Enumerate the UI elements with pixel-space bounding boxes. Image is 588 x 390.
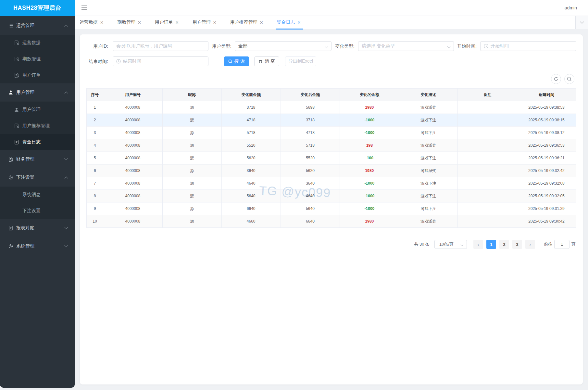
page-button-3[interactable]: 3 bbox=[512, 240, 522, 249]
sidebar-submenu: 运营数据期数管理用户订单 bbox=[0, 35, 75, 83]
prev-page-button[interactable]: ‹ bbox=[473, 240, 483, 249]
hamburger-menu-icon[interactable] bbox=[81, 5, 87, 10]
end-time-label: 结束时间: bbox=[80, 56, 109, 66]
table-cell: 源 bbox=[163, 177, 222, 190]
sidebar-item-用户管理[interactable]: 用户管理 bbox=[0, 83, 75, 102]
change-type-select[interactable]: 请选择 变化类型 bbox=[358, 41, 454, 51]
doc-gear-icon bbox=[14, 123, 19, 128]
doc-gear-icon bbox=[14, 40, 19, 45]
column-header: 备注 bbox=[458, 89, 517, 101]
watermark: TG @yc099 bbox=[259, 184, 331, 200]
table-cell bbox=[458, 101, 517, 114]
table-row[interactable]: 74000008源46403640-1000游戏下注2025-05-19 09:… bbox=[87, 177, 576, 190]
table-cell: 4000008 bbox=[103, 190, 163, 202]
main-panel: 用户ID: 会员ID,用户账号，用户编码 用户类型: 全部 变化类型: 请选择 … bbox=[80, 34, 583, 384]
sidebar-item-期数管理[interactable]: 期数管理 bbox=[0, 51, 75, 67]
table-cell: 源 bbox=[163, 190, 222, 202]
tab-overflow-button[interactable] bbox=[575, 16, 588, 29]
table-row[interactable]: 84000008源56404640-1000游戏下注2025-05-19 09:… bbox=[87, 190, 576, 202]
end-time-input[interactable]: 结束时间 bbox=[113, 56, 208, 66]
tab-运营数据[interactable]: 运营数据✕ bbox=[80, 16, 104, 29]
table-row[interactable]: 44000008源55205718198游戏派奖2025-05-19 09:36… bbox=[87, 139, 576, 152]
close-icon[interactable]: ✕ bbox=[260, 20, 263, 25]
list-icon bbox=[8, 23, 13, 28]
sidebar-item-财务管理[interactable]: 财务管理 bbox=[0, 150, 75, 168]
sidebar-item-用户订单[interactable]: 用户订单 bbox=[0, 67, 75, 83]
table-cell: 2025-05-19 09:36:21 bbox=[517, 152, 576, 165]
table-cell: 游戏派奖 bbox=[399, 165, 458, 177]
sidebar-item-报表对账[interactable]: 报表对账 bbox=[0, 219, 75, 237]
table-cell: 5520 bbox=[281, 152, 340, 165]
table-cell: 4000008 bbox=[103, 152, 163, 165]
table-cell bbox=[458, 215, 517, 228]
tab-资金日志[interactable]: 资金日志✕ bbox=[277, 16, 301, 29]
table-cell: 游戏下注 bbox=[399, 114, 458, 127]
start-time-label: 开始时间: bbox=[457, 41, 477, 51]
tab-期数管理[interactable]: 期数管理✕ bbox=[117, 16, 141, 29]
table-cell: 4000008 bbox=[103, 177, 163, 190]
close-icon[interactable]: ✕ bbox=[297, 20, 301, 25]
page-button-1[interactable]: 1 bbox=[486, 240, 496, 249]
table-cell: 4000008 bbox=[103, 114, 163, 127]
table-row[interactable]: 104000008源466066401980游戏派奖2025-05-19 09:… bbox=[87, 215, 576, 228]
table-cell: 源 bbox=[163, 101, 222, 114]
current-user[interactable]: admin bbox=[565, 5, 577, 10]
table-row[interactable]: 24000008源47183718-1000游戏下注2025-05-19 09:… bbox=[87, 114, 576, 127]
doc-gear-icon bbox=[14, 56, 19, 62]
table-row[interactable]: 54000008源56205520-100游戏下注2025-05-19 09:3… bbox=[87, 152, 576, 165]
table-cell: 游戏下注 bbox=[399, 127, 458, 139]
close-icon[interactable]: ✕ bbox=[175, 20, 179, 25]
sidebar-item-用户推荐管理[interactable]: 用户推荐管理 bbox=[0, 118, 75, 134]
doc-icon bbox=[8, 225, 13, 231]
tab-用户管理[interactable]: 用户管理✕ bbox=[193, 16, 217, 29]
table-header-row: 序号用户编号昵称变化前金额变化后金额变化的金额变化描述备注创建时间 bbox=[87, 89, 576, 101]
goto-page-input[interactable]: 1 bbox=[554, 240, 569, 249]
table-cell: -1000 bbox=[340, 114, 399, 127]
table-row[interactable]: 34000008源57184718-1000游戏下注2025-05-19 09:… bbox=[87, 127, 576, 139]
page-button-2[interactable]: 2 bbox=[499, 240, 509, 249]
table-cell: -1000 bbox=[340, 202, 399, 215]
sidebar-item-运营数据[interactable]: 运营数据 bbox=[0, 35, 75, 51]
sidebar-item-用户管理[interactable]: 用户管理 bbox=[0, 102, 75, 118]
table-cell: 5520 bbox=[222, 139, 281, 152]
export-excel-button[interactable]: 导出到Excel bbox=[285, 56, 316, 66]
sidebar-item-资金日志[interactable]: 资金日志 bbox=[0, 134, 75, 150]
table-cell: 4718 bbox=[281, 127, 340, 139]
table-cell: 源 bbox=[163, 165, 222, 177]
table-row[interactable]: 14000008源371856981980游戏派奖2025-05-19 09:3… bbox=[87, 101, 576, 114]
next-page-button[interactable]: › bbox=[525, 240, 535, 249]
user-id-input[interactable]: 会员ID,用户账号，用户编码 bbox=[113, 41, 208, 51]
table-cell: 5718 bbox=[281, 139, 340, 152]
sidebar-item-系统消息[interactable]: 系统消息 bbox=[0, 187, 75, 203]
table-cell: 3718 bbox=[222, 101, 281, 114]
table-cell: 9 bbox=[87, 202, 103, 215]
page-size-select[interactable]: 10条/页 bbox=[434, 240, 467, 249]
table-row[interactable]: 94000008源66405640-1000游戏下注2025-05-19 09:… bbox=[87, 202, 576, 215]
search-button[interactable]: 搜 索 bbox=[224, 56, 249, 66]
user-icon bbox=[8, 90, 13, 95]
column-header: 昵称 bbox=[163, 89, 222, 101]
funds-log-table: 序号用户编号昵称变化前金额变化后金额变化的金额变化描述备注创建时间1400000… bbox=[86, 88, 576, 228]
close-icon[interactable]: ✕ bbox=[100, 20, 104, 25]
table-row[interactable]: 64000008源364056201980游戏派奖2025-05-19 09:3… bbox=[87, 165, 576, 177]
sidebar-item-下注设置[interactable]: 下注设置 bbox=[0, 203, 75, 219]
close-icon[interactable]: ✕ bbox=[138, 20, 141, 25]
search-column-button[interactable] bbox=[564, 74, 574, 84]
chevron-up-icon bbox=[64, 25, 68, 28]
sidebar-item-下注设置[interactable]: 下注设置 bbox=[0, 168, 75, 187]
tab-用户订单[interactable]: 用户订单✕ bbox=[155, 16, 179, 29]
column-header: 变化描述 bbox=[399, 89, 458, 101]
table-cell bbox=[458, 127, 517, 139]
sidebar-item-系统管理[interactable]: 系统管理 bbox=[0, 237, 75, 255]
user-type-select[interactable]: 全部 bbox=[235, 41, 332, 51]
chevron-down-icon bbox=[64, 225, 68, 229]
clear-button[interactable]: 清 空 bbox=[254, 56, 279, 66]
table-cell: 6 bbox=[87, 165, 103, 177]
column-header: 变化前金额 bbox=[222, 89, 281, 101]
start-time-input[interactable]: 开始时间 bbox=[480, 41, 576, 51]
sidebar-item-运营管理[interactable]: 运营管理 bbox=[0, 17, 75, 35]
tab-用户推荐管理[interactable]: 用户推荐管理✕ bbox=[230, 16, 263, 29]
close-icon[interactable]: ✕ bbox=[213, 20, 217, 25]
table-cell: 5620 bbox=[281, 165, 340, 177]
refresh-button[interactable] bbox=[551, 74, 561, 84]
